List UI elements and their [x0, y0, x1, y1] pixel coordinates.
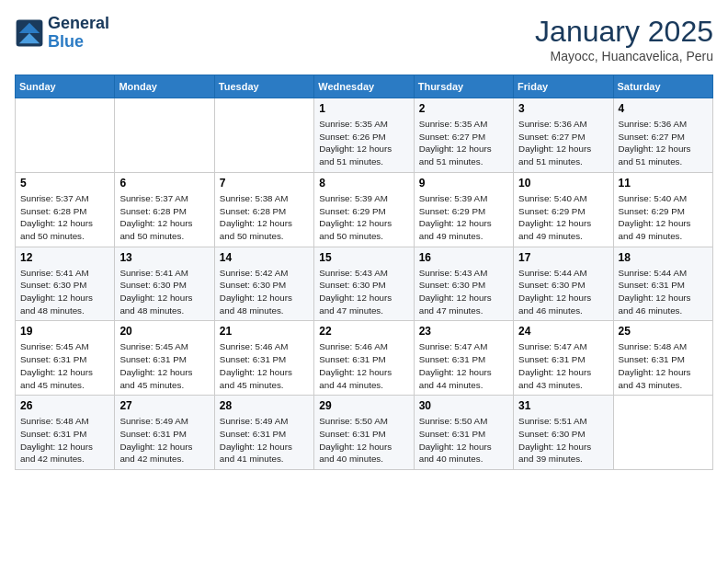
calendar-header-row: SundayMondayTuesdayWednesdayThursdayFrid… [16, 75, 713, 98]
day-info: Sunrise: 5:36 AM Sunset: 6:27 PM Dayligh… [619, 118, 708, 168]
day-number: 14 [220, 251, 309, 264]
day-info: Sunrise: 5:35 AM Sunset: 6:27 PM Dayligh… [419, 118, 508, 168]
day-number: 13 [119, 251, 209, 264]
calendar-week-3: 12Sunrise: 5:41 AM Sunset: 6:30 PM Dayli… [16, 247, 713, 321]
logo: General Blue [15, 15, 109, 52]
day-info: Sunrise: 5:37 AM Sunset: 6:28 PM Dayligh… [119, 192, 209, 243]
column-header-tuesday: Tuesday [214, 75, 313, 98]
day-number: 25 [619, 325, 708, 338]
day-number: 24 [518, 325, 608, 338]
day-info: Sunrise: 5:41 AM Sunset: 6:30 PM Dayligh… [119, 267, 209, 317]
day-info: Sunrise: 5:44 AM Sunset: 6:31 PM Dayligh… [619, 267, 708, 317]
column-header-wednesday: Wednesday [314, 75, 414, 98]
calendar-cell: 17Sunrise: 5:44 AM Sunset: 6:30 PM Dayli… [514, 247, 613, 321]
calendar-week-1: 1Sunrise: 5:35 AM Sunset: 6:26 PM Daylig… [16, 98, 713, 173]
column-header-friday: Friday [514, 75, 613, 98]
title-block: January 2025 Mayocc, Huancavelica, Peru [535, 15, 713, 63]
calendar-cell: 9Sunrise: 5:39 AM Sunset: 6:29 PM Daylig… [414, 172, 513, 247]
day-number: 29 [319, 399, 408, 412]
calendar-cell: 8Sunrise: 5:39 AM Sunset: 6:29 PM Daylig… [314, 172, 414, 247]
calendar-cell: 7Sunrise: 5:38 AM Sunset: 6:28 PM Daylig… [214, 172, 313, 247]
day-info: Sunrise: 5:45 AM Sunset: 6:31 PM Dayligh… [119, 340, 209, 391]
day-info: Sunrise: 5:48 AM Sunset: 6:31 PM Dayligh… [619, 340, 708, 391]
day-info: Sunrise: 5:43 AM Sunset: 6:30 PM Dayligh… [319, 267, 408, 317]
calendar-cell [16, 98, 115, 173]
day-info: Sunrise: 5:47 AM Sunset: 6:31 PM Dayligh… [518, 340, 608, 391]
day-info: Sunrise: 5:43 AM Sunset: 6:30 PM Dayligh… [419, 267, 508, 317]
location: Mayocc, Huancavelica, Peru [535, 49, 713, 63]
day-info: Sunrise: 5:42 AM Sunset: 6:30 PM Dayligh… [220, 267, 309, 317]
day-info: Sunrise: 5:48 AM Sunset: 6:31 PM Dayligh… [20, 415, 109, 465]
calendar-cell: 10Sunrise: 5:40 AM Sunset: 6:29 PM Dayli… [514, 172, 613, 247]
column-header-thursday: Thursday [414, 75, 513, 98]
day-number: 7 [220, 177, 309, 190]
calendar-cell: 4Sunrise: 5:36 AM Sunset: 6:27 PM Daylig… [613, 98, 712, 173]
day-info: Sunrise: 5:40 AM Sunset: 6:29 PM Dayligh… [518, 192, 608, 243]
day-number: 20 [119, 325, 209, 338]
day-number: 17 [518, 251, 608, 264]
logo-line1: General [48, 15, 109, 33]
calendar-cell: 28Sunrise: 5:49 AM Sunset: 6:31 PM Dayli… [214, 396, 313, 470]
day-info: Sunrise: 5:39 AM Sunset: 6:29 PM Dayligh… [419, 192, 508, 243]
calendar-cell: 3Sunrise: 5:36 AM Sunset: 6:27 PM Daylig… [514, 98, 613, 173]
day-number: 11 [619, 177, 708, 190]
day-info: Sunrise: 5:49 AM Sunset: 6:31 PM Dayligh… [220, 415, 309, 465]
calendar-cell: 16Sunrise: 5:43 AM Sunset: 6:30 PM Dayli… [414, 247, 513, 321]
calendar-cell: 13Sunrise: 5:41 AM Sunset: 6:30 PM Dayli… [115, 247, 214, 321]
day-info: Sunrise: 5:51 AM Sunset: 6:30 PM Dayligh… [518, 415, 608, 465]
day-number: 12 [20, 251, 109, 264]
calendar-table: SundayMondayTuesdayWednesdayThursdayFrid… [15, 75, 713, 470]
calendar-week-4: 19Sunrise: 5:45 AM Sunset: 6:31 PM Dayli… [16, 321, 713, 396]
day-info: Sunrise: 5:35 AM Sunset: 6:26 PM Dayligh… [319, 118, 408, 168]
day-info: Sunrise: 5:39 AM Sunset: 6:29 PM Dayligh… [319, 192, 408, 243]
calendar-cell: 6Sunrise: 5:37 AM Sunset: 6:28 PM Daylig… [115, 172, 214, 247]
day-info: Sunrise: 5:36 AM Sunset: 6:27 PM Dayligh… [518, 118, 608, 168]
calendar-cell [115, 98, 214, 173]
day-info: Sunrise: 5:40 AM Sunset: 6:29 PM Dayligh… [619, 192, 708, 243]
logo-icon [15, 18, 44, 48]
calendar-cell: 21Sunrise: 5:46 AM Sunset: 6:31 PM Dayli… [214, 321, 313, 396]
day-info: Sunrise: 5:46 AM Sunset: 6:31 PM Dayligh… [319, 340, 408, 391]
day-number: 30 [419, 399, 508, 412]
day-number: 23 [419, 325, 508, 338]
logo-text: General Blue [48, 15, 109, 52]
calendar-cell: 2Sunrise: 5:35 AM Sunset: 6:27 PM Daylig… [414, 98, 513, 173]
calendar-cell: 30Sunrise: 5:50 AM Sunset: 6:31 PM Dayli… [414, 396, 513, 470]
calendar-cell: 31Sunrise: 5:51 AM Sunset: 6:30 PM Dayli… [514, 396, 613, 470]
column-header-monday: Monday [115, 75, 214, 98]
calendar-cell: 12Sunrise: 5:41 AM Sunset: 6:30 PM Dayli… [16, 247, 115, 321]
day-info: Sunrise: 5:37 AM Sunset: 6:28 PM Dayligh… [20, 192, 109, 243]
day-number: 15 [319, 251, 408, 264]
day-number: 4 [619, 102, 708, 115]
calendar-cell: 11Sunrise: 5:40 AM Sunset: 6:29 PM Dayli… [613, 172, 712, 247]
calendar-cell: 18Sunrise: 5:44 AM Sunset: 6:31 PM Dayli… [613, 247, 712, 321]
calendar-cell: 5Sunrise: 5:37 AM Sunset: 6:28 PM Daylig… [16, 172, 115, 247]
logo-line2: Blue [48, 33, 109, 52]
day-number: 21 [220, 325, 309, 338]
calendar-cell: 27Sunrise: 5:49 AM Sunset: 6:31 PM Dayli… [115, 396, 214, 470]
day-info: Sunrise: 5:46 AM Sunset: 6:31 PM Dayligh… [220, 340, 309, 391]
day-info: Sunrise: 5:44 AM Sunset: 6:30 PM Dayligh… [518, 267, 608, 317]
calendar-cell: 19Sunrise: 5:45 AM Sunset: 6:31 PM Dayli… [16, 321, 115, 396]
day-number: 2 [419, 102, 508, 115]
day-number: 26 [20, 399, 109, 412]
day-info: Sunrise: 5:38 AM Sunset: 6:28 PM Dayligh… [220, 192, 309, 243]
day-number: 19 [20, 325, 109, 338]
day-info: Sunrise: 5:49 AM Sunset: 6:31 PM Dayligh… [119, 415, 209, 465]
day-number: 8 [319, 177, 408, 190]
month-title: January 2025 [535, 15, 713, 49]
day-number: 27 [119, 399, 209, 412]
calendar-week-5: 26Sunrise: 5:48 AM Sunset: 6:31 PM Dayli… [16, 396, 713, 470]
calendar-week-2: 5Sunrise: 5:37 AM Sunset: 6:28 PM Daylig… [16, 172, 713, 247]
day-number: 28 [220, 399, 309, 412]
calendar-cell [613, 396, 712, 470]
calendar-cell: 15Sunrise: 5:43 AM Sunset: 6:30 PM Dayli… [314, 247, 414, 321]
day-number: 1 [319, 102, 408, 115]
day-number: 18 [619, 251, 708, 264]
calendar-cell: 20Sunrise: 5:45 AM Sunset: 6:31 PM Dayli… [115, 321, 214, 396]
day-number: 3 [518, 102, 608, 115]
day-number: 9 [419, 177, 508, 190]
calendar-cell: 22Sunrise: 5:46 AM Sunset: 6:31 PM Dayli… [314, 321, 414, 396]
calendar-cell: 23Sunrise: 5:47 AM Sunset: 6:31 PM Dayli… [414, 321, 513, 396]
day-info: Sunrise: 5:50 AM Sunset: 6:31 PM Dayligh… [319, 415, 408, 465]
